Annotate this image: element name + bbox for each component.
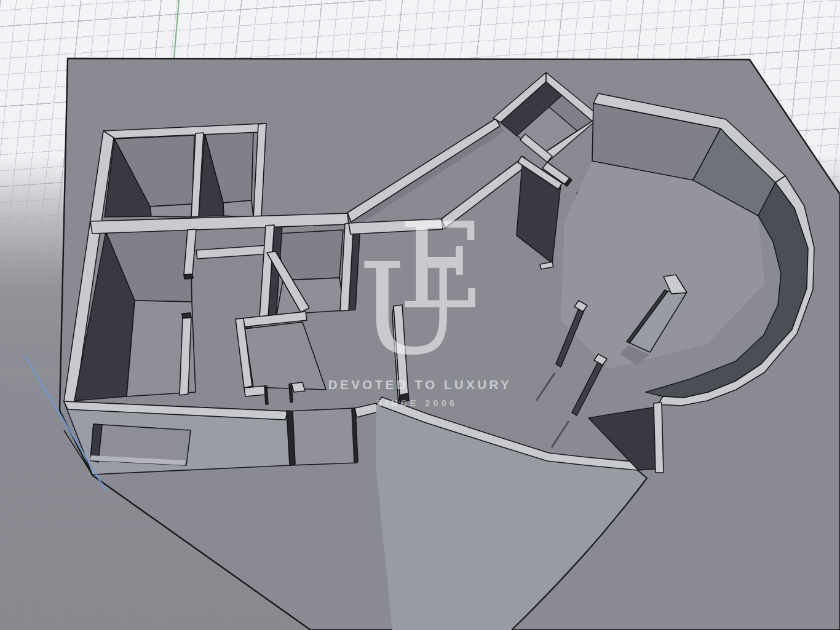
wall-top	[291, 382, 305, 392]
door-jamb	[182, 313, 191, 318]
door-jamb	[264, 386, 268, 404]
floor	[223, 200, 253, 218]
model-canvas: E U DEVOTED TO LUXURY SINCE 2006	[0, 0, 840, 630]
3d-viewport[interactable]: E U DEVOTED TO LUXURY SINCE 2006	[0, 0, 840, 630]
green-axis-line	[174, 0, 179, 58]
watermark-since-line: SINCE 2006	[376, 398, 458, 408]
floor	[150, 204, 192, 217]
wall-top	[244, 386, 266, 396]
watermark-tagline: DEVOTED TO LUXURY	[328, 377, 512, 392]
door-jamb	[289, 384, 293, 403]
wall-top	[654, 403, 664, 473]
door-opening	[288, 408, 357, 465]
watermark-monogram-front: U	[359, 237, 464, 382]
door-jamb	[184, 274, 193, 279]
